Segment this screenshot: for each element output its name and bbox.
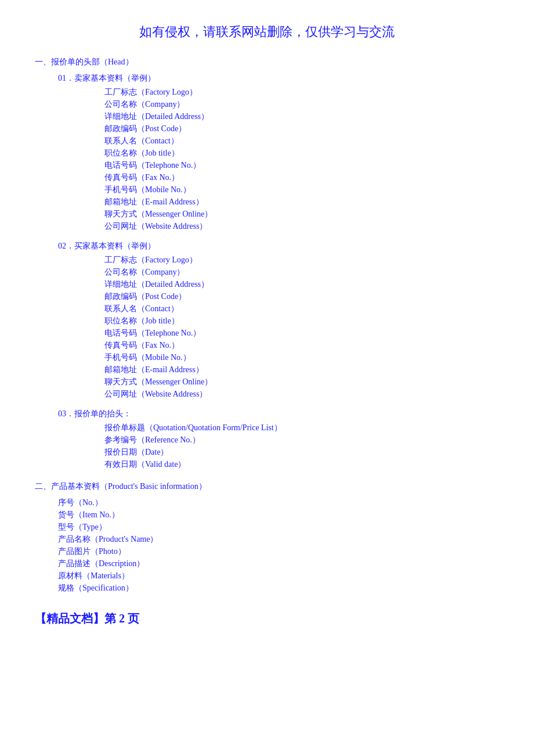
item-type: 型号（Type） <box>58 522 499 532</box>
item-mobile-seller: 手机号码（Mobile No.） <box>104 185 499 195</box>
item-valid-date: 有效日期（Valid date） <box>104 459 499 470</box>
section-1-block: 一、报价单的头部（Head） 01．卖家基本资料（举例） 工厂标志（Factor… <box>35 57 499 470</box>
item-address-seller: 详细地址（Detailed Address） <box>104 111 499 122</box>
section-2-heading: 二、产品基本资料（Product's Basic information） <box>35 481 499 492</box>
item-date: 报价日期（Date） <box>104 447 499 458</box>
subsection-1-2-heading: 02．买家基本资料（举例） <box>58 241 499 251</box>
item-jobtitle-seller: 职位名称（Job title） <box>104 148 499 159</box>
item-no: 序号（No.） <box>58 498 499 508</box>
page-title: 如有侵权，请联系网站删除，仅供学习与交流 <box>35 23 499 41</box>
page-footer: 【精品文档】第 2 页 <box>35 611 499 627</box>
item-telephone-seller: 电话号码（Telephone No.） <box>104 160 499 171</box>
item-item-no: 货号（Item No.） <box>58 510 499 520</box>
item-fax-buyer: 传真号码（Fax No.） <box>104 340 499 351</box>
item-address-buyer: 详细地址（Detailed Address） <box>104 279 499 290</box>
item-product-name: 产品名称（Product's Name） <box>58 534 499 545</box>
item-website-buyer: 公司网址（Website Address） <box>104 389 499 399</box>
item-contact-buyer: 联系人名（Contact） <box>104 304 499 314</box>
item-factory-logo-seller: 工厂标志（Factory Logo） <box>104 87 499 98</box>
item-company-seller: 公司名称（Company） <box>104 99 499 110</box>
section-2-block: 二、产品基本资料（Product's Basic information） 序号… <box>35 481 499 593</box>
item-fax-seller: 传真号码（Fax No.） <box>104 172 499 183</box>
subsection-1-3-block: 03．报价单的抬头： 报价单标题（Quotation/Quotation For… <box>35 409 499 470</box>
item-factory-logo-buyer: 工厂标志（Factory Logo） <box>104 255 499 265</box>
item-photo: 产品图片（Photo） <box>58 546 499 557</box>
item-materials: 原材料（Materials） <box>58 571 499 581</box>
item-postcode-buyer: 邮政编码（Post Code） <box>104 291 499 302</box>
subsection-1-1-block: 01．卖家基本资料（举例） 工厂标志（Factory Logo） 公司名称（Co… <box>35 73 499 232</box>
item-mobile-buyer: 手机号码（Mobile No.） <box>104 352 499 363</box>
subsection-1-2-block: 02．买家基本资料（举例） 工厂标志（Factory Logo） 公司名称（Co… <box>35 241 499 399</box>
item-quotation-title: 报价单标题（Quotation/Quotation Form/Price Lis… <box>104 423 499 433</box>
item-email-seller: 邮箱地址（E-mail Address） <box>104 197 499 207</box>
item-company-buyer: 公司名称（Company） <box>104 267 499 278</box>
item-contact-seller: 联系人名（Contact） <box>104 136 499 146</box>
item-reference-no: 参考编号（Reference No.） <box>104 435 499 445</box>
item-messenger-seller: 聊天方式（Messenger Online） <box>104 209 499 219</box>
item-jobtitle-buyer: 职位名称（Job title） <box>104 316 499 326</box>
section-1-heading: 一、报价单的头部（Head） <box>35 57 499 67</box>
item-specification: 规格（Specification） <box>58 583 499 593</box>
item-website-seller: 公司网址（Website Address） <box>104 221 499 232</box>
item-description: 产品描述（Description） <box>58 559 499 569</box>
subsection-1-1-heading: 01．卖家基本资料（举例） <box>58 73 499 84</box>
item-postcode-seller: 邮政编码（Post Code） <box>104 124 499 134</box>
item-email-buyer: 邮箱地址（E-mail Address） <box>104 365 499 375</box>
item-telephone-buyer: 电话号码（Telephone No.） <box>104 328 499 339</box>
subsection-1-3-heading: 03．报价单的抬头： <box>58 409 499 419</box>
item-messenger-buyer: 聊天方式（Messenger Online） <box>104 377 499 387</box>
